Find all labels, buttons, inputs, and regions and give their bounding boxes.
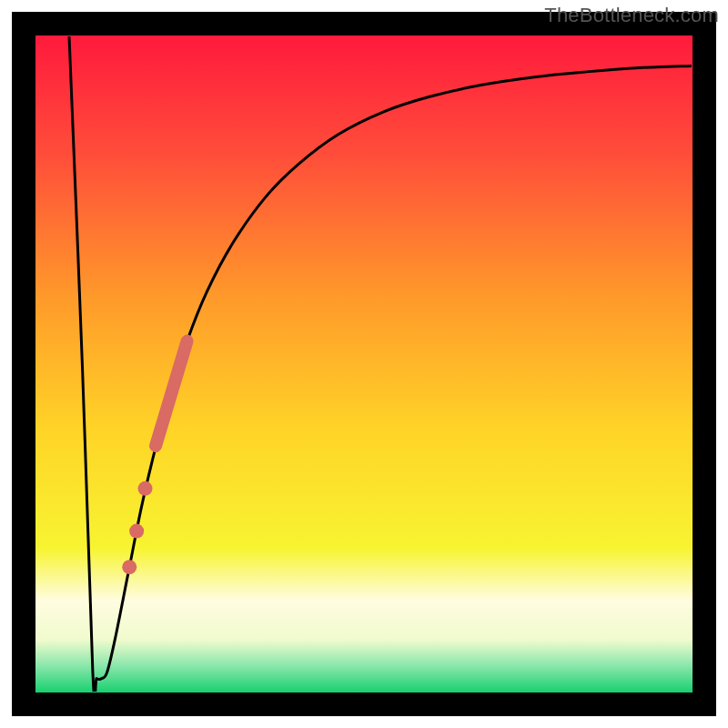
overlay-dot (129, 524, 144, 539)
gradient-background (35, 35, 693, 693)
bottleneck-chart: TheBottleneck.com (0, 0, 728, 728)
chart-svg (0, 0, 728, 728)
watermark-text: TheBottleneck.com (544, 4, 719, 27)
overlay-dot (138, 481, 153, 496)
overlay-dot (122, 560, 136, 574)
